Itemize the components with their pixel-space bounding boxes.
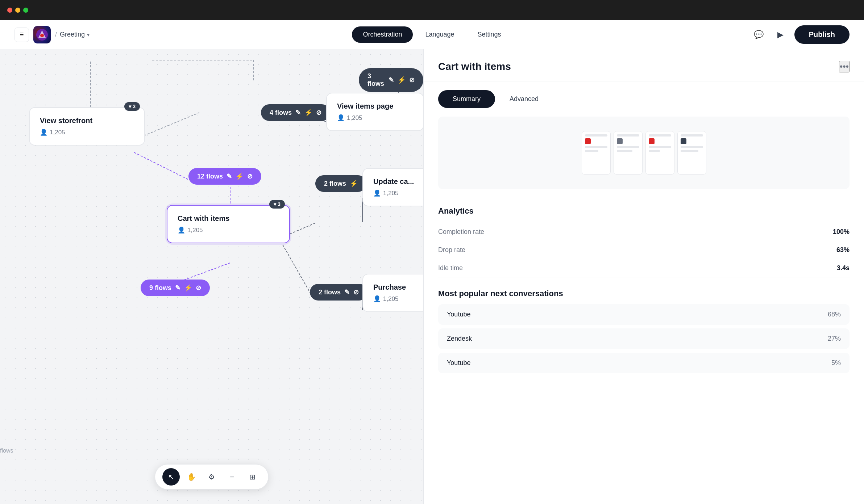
right-panel: Cart with items ••• Summary Advanced <box>423 49 864 504</box>
app-logo <box>33 26 51 43</box>
preview-card-2 <box>614 131 643 175</box>
hand-tool-button[interactable]: ✋ <box>183 468 200 486</box>
cursor-icon: ↖ <box>168 472 174 481</box>
analytics-row-idle: Idle time 3.4s <box>438 259 850 277</box>
conv-name-youtube-2: Youtube <box>447 359 470 367</box>
pill-3flows[interactable]: 3 flows ✎ ⚡ ⊘ <box>359 68 423 92</box>
preview-mockup <box>576 125 712 180</box>
cursor-tool-button[interactable]: ↖ <box>162 468 180 486</box>
breadcrumb-current[interactable]: Greeting ▾ <box>60 31 90 38</box>
conversations-title: Most popular next conversations <box>438 289 850 298</box>
header: ☰ / Greeting ▾ Orchestration Language <box>0 20 864 49</box>
pill-2flows-bottom-label: 2 flows <box>319 289 341 296</box>
conv-pct-youtube-2: 5% <box>831 359 841 367</box>
chat-icon: 💬 <box>754 30 764 39</box>
node-purchase[interactable]: Purchase 👤 1,205 <box>362 274 423 312</box>
pill-9flows[interactable]: 9 flows ✎ ⚡ ⊘ <box>141 280 210 296</box>
pill-3flows-label: 3 flows <box>367 72 385 88</box>
chat-button[interactable]: 💬 <box>751 27 767 43</box>
node-meta-purchase: 👤 1,205 <box>373 295 423 303</box>
panel-preview <box>438 117 850 189</box>
pill-9flows-label: 9 flows <box>149 284 171 292</box>
users-icon-update-cart: 👤 <box>373 189 381 197</box>
users-icon-view-items: 👤 <box>337 114 345 122</box>
pill-4flows[interactable]: 4 flows ✎ ⚡ ⊘ <box>261 104 330 121</box>
layout-tool-button[interactable]: ⊞ <box>244 468 261 486</box>
node-badge-cart: ▾ 3 <box>269 200 285 209</box>
conv-row-youtube-2[interactable]: Youtube 5% <box>438 353 850 373</box>
conv-row-zendesk[interactable]: Zendesk 27% <box>438 328 850 349</box>
edit-icon-2flows-bottom: ✎ <box>344 288 350 296</box>
zoom-out-tool-button[interactable]: − <box>223 468 241 486</box>
tab-settings[interactable]: Settings <box>467 26 512 43</box>
svg-line-9 <box>290 223 315 234</box>
pill-2flows-top[interactable]: 2 flows ⚡ <box>315 175 366 192</box>
preview-card-4 <box>677 131 706 175</box>
tab-language[interactable]: Language <box>414 26 465 43</box>
pill-2flows-bottom[interactable]: 2 flows ✎ ⊘ <box>310 284 367 301</box>
flows-label-bottom-left: flows <box>0 448 13 454</box>
zoom-out-icon: − <box>230 473 234 481</box>
bolt-icon-3flows: ⚡ <box>398 76 406 84</box>
svg-line-2 <box>134 152 188 180</box>
idle-label: Idle time <box>438 264 463 272</box>
pill-4flows-label: 4 flows <box>270 109 292 117</box>
header-center-nav: Orchestration Language Settings <box>352 26 512 43</box>
preview-card-3 <box>645 131 674 175</box>
ban-icon-4flows: ⊘ <box>316 109 321 117</box>
traffic-light-red[interactable] <box>7 8 12 13</box>
panel-more-button[interactable]: ••• <box>839 61 850 72</box>
more-icon: ••• <box>840 62 849 71</box>
traffic-light-yellow[interactable] <box>15 8 20 13</box>
svg-point-1 <box>40 34 44 37</box>
canvas[interactable]: ▾ 3 View storefront 👤 1,205 3 flows ✎ ⚡ … <box>0 49 423 504</box>
node-cart-with-items[interactable]: ▾ 3 Cart with items 👤 1,205 <box>167 205 290 243</box>
traffic-light-green[interactable] <box>23 8 28 13</box>
edit-icon-12flows: ✎ <box>227 172 232 180</box>
tab-advanced[interactable]: Advanced <box>495 90 553 108</box>
bolt-icon-12flows: ⚡ <box>236 172 244 180</box>
svg-line-12 <box>283 245 312 295</box>
node-meta-cart: 👤 1,205 <box>178 226 279 234</box>
bolt-icon-9flows: ⚡ <box>184 284 192 292</box>
completion-label: Completion rate <box>438 228 484 236</box>
settings-icon: ⚙ <box>208 472 215 481</box>
tab-orchestration[interactable]: Orchestration <box>352 26 413 43</box>
conv-row-youtube-1[interactable]: Youtube 68% <box>438 304 850 325</box>
settings-tool-button[interactable]: ⚙ <box>203 468 220 486</box>
preview-card-1 <box>582 131 611 175</box>
hamburger-button[interactable]: ☰ <box>14 28 29 42</box>
node-meta-update-cart: 👤 1,205 <box>373 189 423 197</box>
node-meta-storefront: 👤 1,205 <box>40 129 134 136</box>
edit-icon-4flows: ✎ <box>295 109 301 117</box>
drop-label: Drop rate <box>438 246 465 254</box>
node-update-cart[interactable]: Update ca... 👤 1,205 <box>362 168 423 206</box>
users-icon-cart: 👤 <box>178 226 185 234</box>
analytics-row-drop: Drop rate 63% <box>438 241 850 259</box>
node-title-purchase: Purchase <box>373 283 423 291</box>
pill-12flows[interactable]: 12 flows ✎ ⚡ ⊘ <box>188 168 261 185</box>
traffic-lights <box>7 8 28 13</box>
play-button[interactable]: ▶ <box>773 27 789 43</box>
titlebar <box>0 0 864 20</box>
ban-icon-12flows: ⊘ <box>247 172 253 180</box>
conv-name-youtube-1: Youtube <box>447 311 470 318</box>
project-name: Greeting <box>60 31 85 38</box>
tab-summary[interactable]: Summary <box>438 90 495 108</box>
edit-icon-9flows: ✎ <box>175 284 180 292</box>
ban-icon-2flows-bottom: ⊘ <box>353 288 359 296</box>
logo-image <box>33 26 51 43</box>
drop-value: 63% <box>836 246 850 254</box>
node-badge-storefront: ▾ 3 <box>124 102 140 111</box>
node-meta-view-items: 👤 1,205 <box>337 114 413 122</box>
bolt-icon-2flows-top: ⚡ <box>350 180 358 188</box>
analytics-section: Analytics Completion rate 100% Drop rate… <box>424 198 864 286</box>
completion-value: 100% <box>833 228 850 236</box>
conversations-section: Most popular next conversations Youtube … <box>424 286 864 386</box>
users-icon-purchase: 👤 <box>373 295 381 303</box>
pill-2flows-top-label: 2 flows <box>324 180 346 188</box>
node-view-items-page[interactable]: View items page 👤 1,205 <box>326 93 423 131</box>
publish-button[interactable]: Publish <box>794 25 850 44</box>
node-title-view-items: View items page <box>337 102 413 110</box>
node-view-storefront[interactable]: ▾ 3 View storefront 👤 1,205 <box>29 107 145 146</box>
